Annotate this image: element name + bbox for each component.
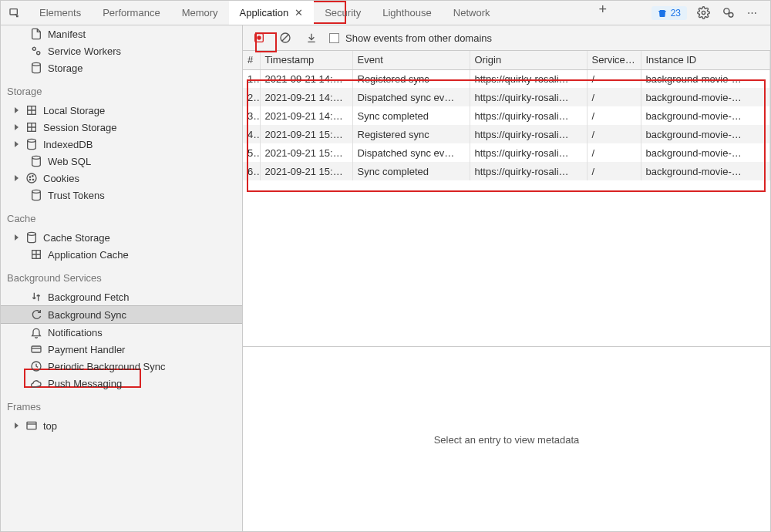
svg-point-14 — [32, 179, 33, 180]
sidebar-item-cookies[interactable]: Cookies — [1, 170, 242, 187]
tab-lighthouse[interactable]: Lighthouse — [372, 1, 443, 25]
section-cache: Cache — [1, 204, 242, 229]
sidebar-item-notifications[interactable]: Notifications — [1, 324, 242, 341]
settings-gear-icon[interactable] — [695, 5, 712, 22]
cell-sw: / — [587, 106, 641, 125]
detail-pane: Select an entry to view metadata — [243, 347, 770, 532]
sidebar-item-storage[interactable]: Storage — [1, 59, 242, 76]
sidebar-item-periodic-background-sync[interactable]: Periodic Background Sync — [1, 358, 242, 375]
inspect-element-icon[interactable] — [1, 1, 29, 25]
cell-iid: background-movie-… — [641, 88, 770, 106]
sidebar-item-top-frame[interactable]: top — [1, 417, 242, 434]
grid-icon — [25, 121, 38, 133]
col-event[interactable]: Event — [352, 51, 470, 69]
cell-sw: / — [587, 162, 641, 180]
cell-sw: / — [587, 88, 641, 106]
cell-ts: 2021-09-21 14:… — [260, 88, 352, 106]
table-row[interactable]: 3.2021-09-21 14:…Sync completedhttps://q… — [243, 106, 770, 125]
cell-sw: / — [587, 125, 641, 143]
issues-count-value: 23 — [671, 8, 681, 19]
grid-icon — [25, 104, 38, 116]
gears-icon — [30, 45, 42, 57]
sidebar-item-indexeddb[interactable]: IndexedDB — [1, 136, 242, 153]
col-origin[interactable]: Origin — [470, 51, 587, 69]
sidebar-item-background-sync[interactable]: Background Sync — [1, 305, 242, 324]
feedback-icon[interactable] — [719, 5, 736, 22]
sidebar-item-payment-handler[interactable]: Payment Handler — [1, 341, 242, 358]
tab-label: Lighthouse — [382, 7, 432, 19]
sidebar-item-local-storage[interactable]: Local Storage — [1, 102, 242, 119]
col-index[interactable]: # — [243, 51, 260, 69]
tab-label: Application — [240, 7, 289, 19]
sidebar-item-web-sql[interactable]: Web SQL — [1, 153, 242, 170]
svg-point-10 — [32, 156, 41, 159]
sidebar-item-manifest[interactable]: Manifest — [1, 25, 242, 42]
svg-point-15 — [29, 179, 30, 180]
section-storage: Storage — [1, 76, 242, 102]
cell-or: https://quirky-rosali… — [470, 88, 587, 106]
svg-point-6 — [32, 62, 41, 66]
tab-network[interactable]: Network — [443, 1, 501, 25]
chevron-right-icon — [15, 175, 19, 181]
tree-label: Notifications — [48, 327, 103, 338]
issues-counter[interactable]: 23 — [651, 6, 687, 20]
cell-or: https://quirky-rosali… — [470, 106, 587, 125]
svg-point-4 — [32, 47, 35, 50]
sidebar-item-trust-tokens[interactable]: Trust Tokens — [1, 187, 242, 204]
sidebar-item-push-messaging[interactable]: Push Messaging — [1, 375, 242, 392]
tab-elements[interactable]: Elements — [29, 1, 92, 25]
clear-button[interactable] — [277, 29, 294, 46]
table-row[interactable]: 1.2021-09-21 14:…Registered synchttps://… — [243, 69, 770, 88]
table-row[interactable]: 5.2021-09-21 15:…Dispatched sync ev…http… — [243, 143, 770, 162]
tab-application[interactable]: Application ✕ — [229, 1, 315, 25]
svg-point-3 — [729, 13, 733, 18]
section-frames: Frames — [1, 392, 242, 417]
svg-point-12 — [29, 177, 30, 177]
tree-label: Application Cache — [48, 249, 129, 261]
svg-point-13 — [32, 176, 33, 177]
sidebar-item-background-fetch[interactable]: Background Fetch — [1, 288, 242, 305]
bell-icon — [30, 326, 42, 338]
more-menu-icon[interactable]: ⋯ — [744, 5, 761, 22]
cell-sw: / — [587, 143, 641, 162]
svg-point-5 — [37, 52, 40, 55]
cell-idx: 6. — [243, 162, 260, 180]
cell-iid: background-movie-… — [641, 143, 770, 162]
cell-ev: Sync completed — [352, 162, 470, 180]
download-button[interactable] — [303, 29, 320, 46]
credit-card-icon — [30, 343, 42, 355]
sidebar-item-service-workers[interactable]: Service Workers — [1, 42, 242, 59]
tab-security[interactable]: Security — [314, 1, 372, 25]
cell-or: https://quirky-rosali… — [470, 125, 587, 143]
chevron-right-icon — [15, 423, 19, 429]
add-tab-icon[interactable]: + — [594, 1, 611, 18]
sidebar-item-application-cache[interactable]: Application Cache — [1, 246, 242, 263]
tab-memory[interactable]: Memory — [171, 1, 229, 25]
cell-iid: background-movie-… — [641, 106, 770, 125]
tree-label: Trust Tokens — [48, 190, 105, 201]
tab-label: Security — [325, 7, 361, 19]
chevron-right-icon — [15, 141, 19, 147]
tree-label: Push Messaging — [48, 378, 122, 389]
col-timestamp[interactable]: Timestamp — [260, 51, 352, 69]
table-row[interactable]: 4.2021-09-21 15:…Registered synchttps://… — [243, 125, 770, 143]
svg-point-9 — [28, 139, 36, 142]
record-button[interactable] — [251, 29, 268, 46]
tree-label: Background Sync — [48, 309, 126, 321]
tree-label: Cache Storage — [43, 232, 110, 244]
table-row[interactable]: 6.2021-09-21 15:…Sync completedhttps://q… — [243, 162, 770, 180]
col-instance[interactable]: Instance ID — [641, 51, 770, 69]
sidebar-item-session-storage[interactable]: Session Storage — [1, 119, 242, 136]
table-row[interactable]: 2.2021-09-21 14:…Dispatched sync ev…http… — [243, 88, 770, 106]
cell-iid: background-movie-… — [641, 125, 770, 143]
svg-point-11 — [27, 173, 36, 183]
close-icon[interactable]: ✕ — [295, 7, 303, 19]
sidebar-item-cache-storage[interactable]: Cache Storage — [1, 229, 242, 246]
tree-label: Local Storage — [43, 105, 105, 116]
tab-performance[interactable]: Performance — [92, 1, 170, 25]
show-other-domains-checkbox[interactable] — [329, 33, 339, 43]
tab-label: Elements — [39, 7, 81, 19]
cell-iid: background-movie-… — [641, 162, 770, 180]
col-service[interactable]: Service … — [587, 51, 641, 69]
cell-sw: / — [587, 69, 641, 88]
